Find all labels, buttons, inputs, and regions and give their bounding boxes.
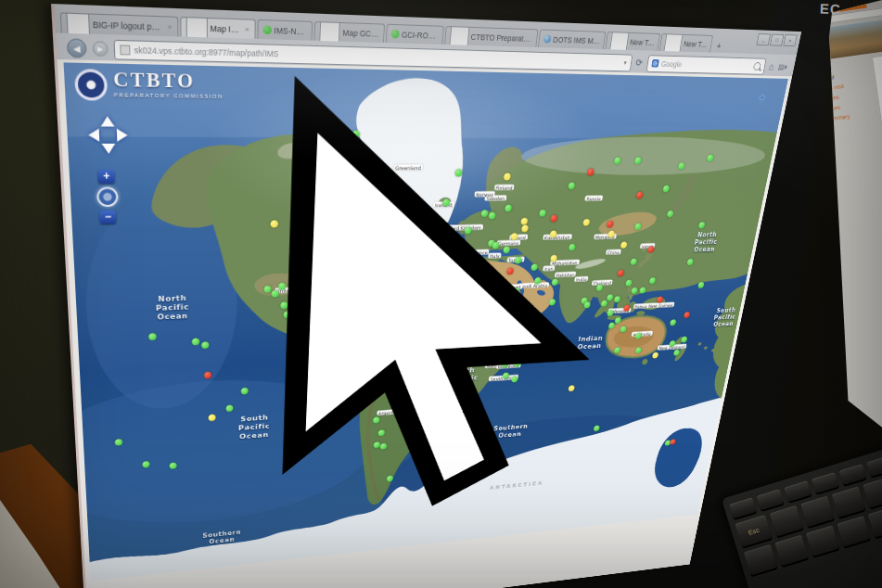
station-dot[interactable] [505,205,512,212]
station-dot[interactable] [428,403,436,410]
station-dot[interactable] [607,310,614,316]
tab-close-icon[interactable]: × [167,22,172,32]
station-dot[interactable] [634,157,642,164]
station-dot[interactable] [290,321,298,328]
station-dot[interactable] [697,222,705,228]
station-dot[interactable] [482,314,490,321]
minimize-button[interactable]: _ [756,33,771,45]
station-dot[interactable] [520,217,528,224]
station-dot[interactable] [583,301,591,308]
station-dot[interactable] [204,372,211,379]
station-dot[interactable] [521,224,529,232]
pan-down-icon[interactable] [101,144,115,154]
maximize-button[interactable]: □ [770,34,784,46]
station-dot[interactable] [143,461,150,468]
station-dot[interactable] [304,405,312,413]
browser-tab[interactable]: GCI-ROSC [385,24,443,45]
station-dot[interactable] [356,210,364,217]
station-dot[interactable] [515,257,522,264]
station-dot[interactable] [670,439,676,445]
station-dot[interactable] [114,439,122,446]
station-dot[interactable] [607,323,615,329]
station-dot[interactable] [467,352,475,358]
station-dot[interactable] [357,322,364,329]
station-dot[interactable] [670,319,677,326]
station-dot[interactable] [530,263,538,271]
station-dot[interactable] [280,301,288,309]
station-dot[interactable] [662,185,670,193]
station-dot[interactable] [390,401,398,407]
station-dot[interactable] [681,336,688,342]
station-dot[interactable] [614,347,621,353]
station-dot[interactable] [614,317,621,324]
station-dot[interactable] [470,469,477,476]
station-dot[interactable] [492,242,500,249]
station-dot[interactable] [587,168,594,175]
station-dot[interactable] [301,156,310,164]
station-dot[interactable] [201,342,209,350]
browser-tab[interactable]: BIG-IP logout page× [60,12,178,36]
station-dot[interactable] [677,162,684,170]
station-dot[interactable] [271,290,278,298]
station-dot[interactable] [309,305,316,313]
station-dot[interactable] [478,470,484,477]
station-dot[interactable] [593,425,599,431]
back-button[interactable]: ◀ [67,38,87,58]
station-dot[interactable] [324,247,331,254]
station-dot[interactable] [148,333,157,340]
station-dot[interactable] [350,345,357,352]
search-input[interactable]: G Google [646,55,766,75]
station-dot[interactable] [465,227,472,235]
browser-tab[interactable]: Map GCI II [314,21,385,43]
station-dot[interactable] [652,352,659,359]
station-dot[interactable] [511,376,518,382]
search-icon[interactable] [753,62,761,70]
station-dot[interactable] [549,299,556,305]
station-dot[interactable] [370,290,377,298]
world-map[interactable]: North Pacific OceanNorth Atlantic OceanS… [64,62,788,581]
bookmarks-dropdown-icon[interactable]: ▤▾ [777,62,788,70]
station-dot[interactable] [410,368,417,375]
zoom-out-button[interactable]: − [99,211,116,224]
station-dot[interactable] [338,244,345,251]
station-dot[interactable] [550,215,557,223]
station-dot[interactable] [504,173,511,181]
station-dot[interactable] [539,210,546,217]
station-dot[interactable] [503,247,510,254]
tab-close-icon[interactable]: × [245,25,249,34]
station-dot[interactable] [271,220,279,227]
station-dot[interactable] [404,388,412,394]
station-dot[interactable] [474,309,481,316]
station-dot[interactable] [307,288,314,296]
station-dot[interactable] [312,258,319,265]
url-dropdown-icon[interactable]: ▾ [623,59,627,67]
station-dot[interactable] [666,211,673,217]
station-dot[interactable] [387,257,394,264]
station-dot[interactable] [390,386,397,392]
station-dot[interactable] [601,300,608,307]
station-dot[interactable] [512,288,519,296]
station-dot[interactable] [614,157,621,164]
station-dot[interactable] [263,286,271,293]
station-dot[interactable] [634,333,642,339]
station-dot[interactable] [596,285,604,291]
station-dot[interactable] [380,443,388,450]
station-dot[interactable] [385,191,393,198]
station-dot[interactable] [328,336,336,343]
station-dot[interactable] [415,261,422,268]
station-dot[interactable] [488,212,495,220]
station-dot[interactable] [686,259,694,265]
browser-tab[interactable]: New Tab [605,32,660,51]
station-dot[interactable] [568,183,575,190]
station-dot[interactable] [399,377,406,383]
station-dot[interactable] [514,349,521,355]
station-dot[interactable] [548,343,556,350]
station-dot[interactable] [352,130,360,138]
reload-icon[interactable]: ⟳ [635,58,644,69]
station-dot[interactable] [649,277,657,284]
zoom-in-button[interactable]: + [98,170,115,184]
browser-tab[interactable]: IMS-NOA [257,19,313,41]
station-dot[interactable] [552,278,559,285]
station-dot[interactable] [335,290,342,298]
station-dot[interactable] [639,287,646,293]
